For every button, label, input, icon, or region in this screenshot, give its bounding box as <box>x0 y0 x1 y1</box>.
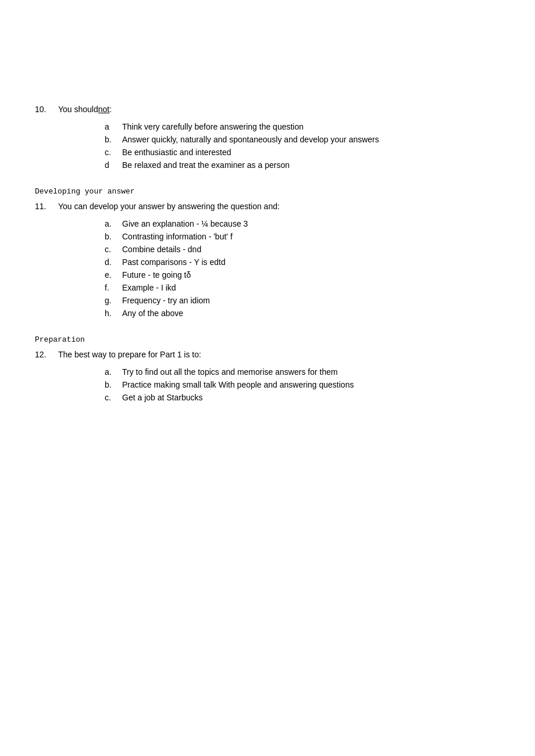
option-label: g. <box>105 296 122 305</box>
option-text: Try to find out all the topics and memor… <box>122 367 338 377</box>
question-12-text: The best way to prepare for Part 1 is to… <box>58 350 201 359</box>
option-label: c. <box>105 393 122 402</box>
list-item: b. Contrasting information - 'but' f <box>105 232 500 241</box>
list-item: e. Future - te going tδ <box>105 270 500 280</box>
list-item: b. Practice making small talk With peopl… <box>105 380 500 389</box>
option-text: Be enthusiastic and interested <box>122 148 231 157</box>
list-item: h. Any of the above <box>105 309 500 318</box>
option-label: d. <box>105 257 122 267</box>
option-label: b. <box>105 380 122 389</box>
option-text: Be relaxed and treat the examiner as a p… <box>122 160 290 170</box>
question-11-options: a. Give an explanation - ¼ because 3 b. … <box>105 219 500 318</box>
section-developing-heading: Developing your answer <box>35 187 500 196</box>
option-text: Future - te going tδ <box>122 270 191 280</box>
list-item: f. Example - I ikd <box>105 283 500 292</box>
list-item: a. Give an explanation - ¼ because 3 <box>105 219 500 228</box>
section-preparation-heading: Preparation <box>35 335 500 344</box>
question-10-options: a Think very carefully before answering … <box>105 122 500 170</box>
option-text: Contrasting information - 'but' f <box>122 232 233 241</box>
option-text: Give an explanation - ¼ because 3 <box>122 219 248 228</box>
option-text: Combine details - dnd <box>122 245 201 254</box>
option-text: Practice making small talk With people a… <box>122 380 354 389</box>
question-10-not: not <box>98 105 109 114</box>
option-text: Answer quickly, naturally and spontaneou… <box>122 135 379 144</box>
option-text: Any of the above <box>122 309 183 318</box>
question-12-options: a. Try to find out all the topics and me… <box>105 367 500 402</box>
option-label: f. <box>105 283 122 292</box>
list-item: g. Frequency - try an idiom <box>105 296 500 305</box>
option-label: a <box>105 122 122 131</box>
list-item: a. Try to find out all the topics and me… <box>105 367 500 377</box>
list-item: c. Get a job at Starbucks <box>105 393 500 402</box>
option-text: Get a job at Starbucks <box>122 393 203 402</box>
list-item: a Think very carefully before answering … <box>105 122 500 131</box>
option-label: c. <box>105 245 122 254</box>
option-text: Frequency - try an idiom <box>122 296 210 305</box>
list-item: b. Answer quickly, naturally and spontan… <box>105 135 500 144</box>
option-text: Think very carefully before answering th… <box>122 122 304 131</box>
question-10: 10. You shouldnot: a Think very carefull… <box>35 105 500 170</box>
list-item: c. Be enthusiastic and interested <box>105 148 500 157</box>
option-label: a. <box>105 367 122 377</box>
question-12: 12. The best way to prepare for Part 1 i… <box>35 350 500 402</box>
list-item: d. Past comparisons - Y is edtd <box>105 257 500 267</box>
section-preparation: Preparation 12. The best way to prepare … <box>35 335 500 402</box>
section-developing: Developing your answer 11. You can devel… <box>35 187 500 318</box>
option-label: c. <box>105 148 122 157</box>
option-label: a. <box>105 219 122 228</box>
option-label: d <box>105 160 122 170</box>
option-label: b. <box>105 232 122 241</box>
question-10-text: You shouldnot: <box>58 105 112 114</box>
option-label: e. <box>105 270 122 280</box>
question-10-number: 10. <box>35 105 58 114</box>
list-item: d Be relaxed and treat the examiner as a… <box>105 160 500 170</box>
question-11: 11. You can develop your answer by answe… <box>35 202 500 318</box>
option-text: Past comparisons - Y is edtd <box>122 257 226 267</box>
list-item: c. Combine details - dnd <box>105 245 500 254</box>
question-12-number: 12. <box>35 350 58 359</box>
option-label: b. <box>105 135 122 144</box>
question-11-number: 11. <box>35 202 58 211</box>
option-label: h. <box>105 309 122 318</box>
question-11-text: You can develop your answer by answering… <box>58 202 280 211</box>
option-text: Example - I ikd <box>122 283 176 292</box>
